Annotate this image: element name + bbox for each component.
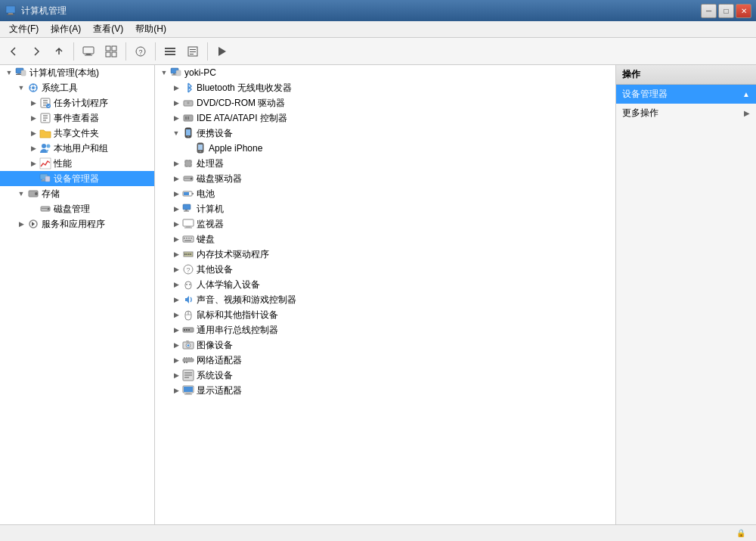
- tree-item-serialBus[interactable]: ▶通用串行总线控制器: [155, 322, 615, 337]
- tree-item-shared[interactable]: ▶ 共享文件夹: [0, 126, 154, 141]
- right-item-arrow-more: ▶: [744, 109, 750, 117]
- forward-button[interactable]: [26, 41, 47, 62]
- tree-item-task[interactable]: ▶ 任务计划程序: [0, 95, 154, 110]
- right-panel-item-more[interactable]: 更多操作 ▶: [616, 104, 756, 123]
- icon-portable: [182, 127, 194, 139]
- toggle-ideata[interactable]: ▶: [170, 112, 182, 124]
- svg-rect-23: [21, 70, 26, 76]
- toggle-devmgr[interactable]: [27, 173, 39, 185]
- toggle-disk[interactable]: [27, 203, 39, 215]
- toggle-systools[interactable]: ▼: [15, 82, 27, 94]
- tree-item-mouse[interactable]: ▶鼠标和其他指针设备: [155, 307, 615, 322]
- toggle-monitor[interactable]: ▶: [170, 218, 182, 230]
- toggle-shared[interactable]: ▶: [27, 127, 39, 139]
- svg-rect-70: [184, 228, 192, 229]
- tree-item-portable[interactable]: ▼便携设备: [155, 126, 615, 141]
- tree-item-users[interactable]: ▶ 本地用户和组: [0, 141, 154, 156]
- toggle-perf[interactable]: ▶: [27, 157, 39, 169]
- toggle-battery[interactable]: ▶: [170, 188, 182, 200]
- menu-view[interactable]: 查看(V): [87, 21, 129, 37]
- toggle-sysDev[interactable]: ▶: [170, 369, 182, 381]
- tree-item-sysDev[interactable]: ▶系统设备: [155, 368, 615, 383]
- close-button[interactable]: ✕: [736, 4, 751, 18]
- tree-item-computer[interactable]: ▶计算机: [155, 201, 615, 216]
- tree-item-battery[interactable]: ▶电池: [155, 186, 615, 201]
- toggle-processor[interactable]: ▶: [170, 157, 182, 169]
- tree-item-perf[interactable]: ▶ 性能: [0, 156, 154, 171]
- toggle-otherDev[interactable]: ▶: [170, 263, 182, 275]
- tree-item-devmgr[interactable]: 设备管理器: [0, 171, 154, 186]
- menu-action[interactable]: 操作(A): [45, 21, 87, 37]
- toggle-keyboard[interactable]: ▶: [170, 233, 182, 245]
- tree-item-imaging[interactable]: ▶图像设备: [155, 337, 615, 353]
- menu-file[interactable]: 文件(F): [3, 21, 45, 37]
- tree-item-ideata[interactable]: ▶IDE ATA/ATAPI 控制器: [155, 110, 615, 126]
- tree-item-displayAdapter[interactable]: ▶显示适配器: [155, 383, 615, 398]
- toggle-portable[interactable]: ▼: [170, 127, 182, 139]
- tree-item-dvdrom[interactable]: ▶DVD/CD-ROM 驱动器: [155, 95, 615, 110]
- svg-rect-96: [183, 359, 194, 362]
- run-button[interactable]: [212, 41, 233, 62]
- toggle-serialBus[interactable]: ▶: [170, 324, 182, 336]
- tree-item-root[interactable]: ▼ 计算机管理(本地): [0, 65, 154, 80]
- svg-rect-90: [186, 329, 187, 331]
- svg-rect-80: [188, 253, 190, 255]
- tree-item-storage[interactable]: ▼ 存储: [0, 186, 154, 201]
- toggle-imaging[interactable]: ▶: [170, 339, 182, 351]
- svg-rect-91: [188, 329, 190, 331]
- toggle-bluetooth[interactable]: ▶: [170, 82, 182, 94]
- list-button[interactable]: [160, 41, 181, 62]
- tree-item-processor[interactable]: ▶处理器: [155, 156, 615, 171]
- toggle-event[interactable]: ▶: [27, 112, 39, 124]
- menu-help[interactable]: 帮助(H): [129, 21, 172, 37]
- left-panel: ▼ 计算机管理(本地) ▼ 系统工具: [0, 65, 155, 524]
- right-panel-item-devmgr[interactable]: 设备管理器 ▲: [616, 85, 756, 104]
- tree-item-systools[interactable]: ▼ 系统工具: [0, 80, 154, 95]
- svg-text:?: ?: [138, 48, 142, 56]
- tree-item-bluetooth[interactable]: ▶Bluetooth 无线电收发器: [155, 80, 615, 95]
- tree-item-disk[interactable]: 磁盘管理: [0, 201, 154, 216]
- toggle-iphone[interactable]: [182, 142, 194, 154]
- toggle-users[interactable]: ▶: [27, 142, 39, 154]
- svg-rect-43: [173, 73, 175, 75]
- maximize-button[interactable]: □: [718, 4, 734, 18]
- computer-button[interactable]: [78, 41, 99, 62]
- tree-item-audio[interactable]: ▶声音、视频和游戏控制器: [155, 292, 615, 307]
- toggle-services[interactable]: ▶: [15, 218, 27, 230]
- toggle-memtech[interactable]: ▶: [170, 248, 182, 260]
- tree-item-keyboard[interactable]: ▶键盘: [155, 232, 615, 247]
- minimize-button[interactable]: ─: [701, 4, 717, 18]
- back-button[interactable]: [3, 41, 24, 62]
- toggle-diskDrive[interactable]: ▶: [170, 173, 182, 185]
- tree-item-otherDev[interactable]: ▶?其他设备: [155, 262, 615, 277]
- toggle-dvdrom[interactable]: ▶: [170, 97, 182, 109]
- toggle-computer[interactable]: ▼: [158, 67, 170, 79]
- tree-item-event[interactable]: ▶ 事件查看器: [0, 110, 154, 126]
- toggle-task[interactable]: ▶: [27, 97, 39, 109]
- toggle-root[interactable]: ▼: [3, 67, 15, 79]
- up-button[interactable]: [48, 41, 70, 62]
- svg-marker-19: [218, 47, 226, 56]
- icon-dvdrom: [182, 97, 194, 109]
- app-icon: [5, 5, 17, 17]
- toggle-netAdapter[interactable]: ▶: [170, 354, 182, 366]
- tree-item-memtech[interactable]: ▶内存技术驱动程序: [155, 247, 615, 262]
- show-button[interactable]: [101, 41, 122, 62]
- tree-item-iphone[interactable]: Apple iPhone: [155, 141, 615, 156]
- toggle-humanInput[interactable]: ▶: [170, 278, 182, 291]
- tree-item-diskDrive[interactable]: ▶磁盘驱动器: [155, 171, 615, 186]
- svg-rect-69: [186, 226, 191, 228]
- toggle-mouse[interactable]: ▶: [170, 309, 182, 321]
- tree-item-services[interactable]: ▶ 服务和应用程序: [0, 216, 154, 232]
- tree-item-humanInput[interactable]: ▶人体学输入设备: [155, 277, 615, 292]
- help-button[interactable]: ?: [130, 41, 151, 62]
- toggle-displayAdapter[interactable]: ▶: [170, 384, 182, 396]
- tree-item-monitor[interactable]: ▶监视器: [155, 216, 615, 232]
- tree-item-netAdapter[interactable]: ▶网络适配器: [155, 353, 615, 368]
- tree-computer-root[interactable]: ▼ yoki-PC: [155, 65, 615, 80]
- toggle-computer[interactable]: ▶: [170, 203, 182, 215]
- label-imaging: 图像设备: [197, 339, 233, 352]
- properties-button[interactable]: [182, 41, 203, 62]
- toggle-audio[interactable]: ▶: [170, 294, 182, 306]
- toggle-storage[interactable]: ▼: [15, 188, 27, 200]
